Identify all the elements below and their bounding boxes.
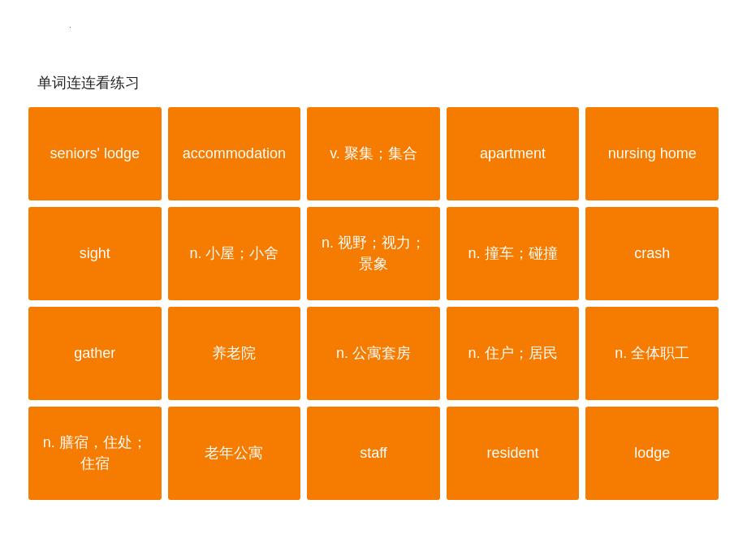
card-6[interactable]: sight xyxy=(28,207,162,300)
card-15[interactable]: n. 全体职工 xyxy=(585,307,719,400)
card-7[interactable]: n. 小屋；小舍 xyxy=(168,207,301,300)
page-title: 单词连连看练习 xyxy=(37,73,747,93)
card-10[interactable]: crash xyxy=(585,207,719,300)
card-12[interactable]: 养老院 xyxy=(168,307,301,400)
card-1[interactable]: seniors' lodge xyxy=(28,107,162,200)
card-5[interactable]: nursing home xyxy=(585,107,719,200)
card-19[interactable]: resident xyxy=(447,407,580,500)
card-2[interactable]: accommodation xyxy=(168,107,301,200)
card-17[interactable]: 老年公寓 xyxy=(168,407,301,500)
card-3[interactable]: v. 聚集；集合 xyxy=(307,107,440,200)
card-13[interactable]: n. 公寓套房 xyxy=(307,307,440,400)
card-grid: seniors' lodgeaccommodationv. 聚集；集合apart… xyxy=(28,107,719,500)
card-8[interactable]: n. 视野；视力；景象 xyxy=(307,207,440,300)
card-18[interactable]: staff xyxy=(307,407,440,500)
card-4[interactable]: apartment xyxy=(447,107,580,200)
card-11[interactable]: gather xyxy=(28,307,162,400)
card-20[interactable]: lodge xyxy=(585,407,719,500)
card-9[interactable]: n. 撞车；碰撞 xyxy=(447,207,580,300)
card-16[interactable]: n. 膳宿，住处；住宿 xyxy=(28,407,162,500)
dot: · xyxy=(69,23,71,32)
card-14[interactable]: n. 住户；居民 xyxy=(447,307,580,400)
